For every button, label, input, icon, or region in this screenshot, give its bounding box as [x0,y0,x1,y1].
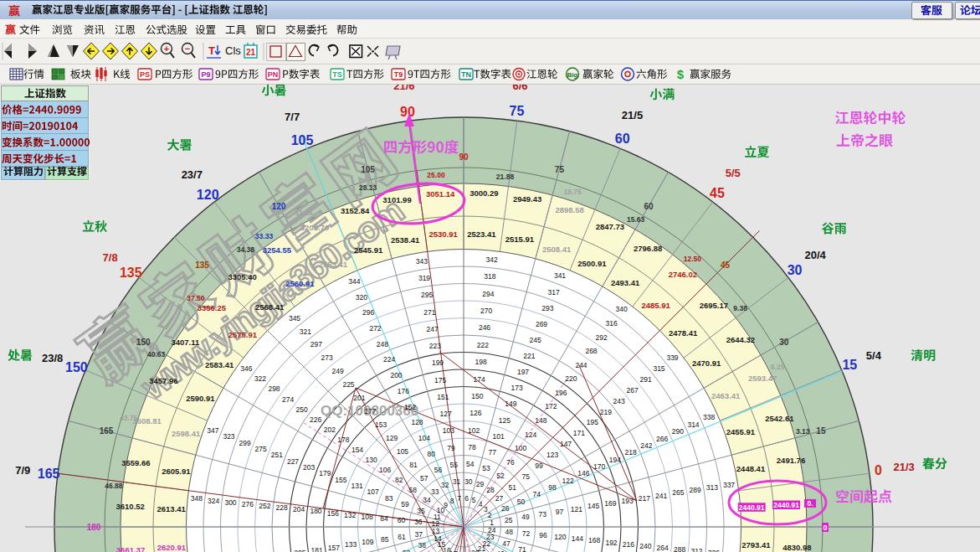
svg-text:295: 295 [421,291,433,299]
svg-text:174: 174 [474,375,485,384]
svg-text:P9: P9 [201,70,210,79]
svg-text:247: 247 [427,325,439,333]
svg-text:318: 318 [484,272,495,281]
svg-text:7/7: 7/7 [285,111,300,123]
svg-text:154: 154 [351,446,363,454]
svg-text:2545.91: 2545.91 [354,245,383,255]
svg-text:171: 171 [573,429,585,437]
svg-text:2575.91: 2575.91 [228,330,258,339]
svg-text:99: 99 [535,462,543,470]
svg-text:180: 180 [310,507,321,515]
svg-text:2: 2 [488,511,492,519]
svg-text:60: 60 [644,202,654,211]
svg-text:296: 296 [362,308,374,317]
svg-text:2491.76: 2491.76 [777,456,805,465]
svg-text:106: 106 [379,466,391,474]
svg-text:18.75: 18.75 [563,188,582,196]
svg-text:76: 76 [506,458,515,467]
svg-text:34.38: 34.38 [237,245,255,254]
svg-text:3407.11: 3407.11 [171,338,200,347]
svg-text:30: 30 [788,263,803,277]
svg-text:173: 173 [511,384,523,392]
svg-text:28: 28 [486,486,495,494]
svg-text:55: 55 [450,461,459,469]
svg-text:2847.73: 2847.73 [596,222,624,231]
svg-text:15: 15 [816,426,826,436]
svg-text:60: 60 [398,516,406,524]
svg-text:172: 172 [545,402,557,410]
svg-text:197: 197 [517,368,529,376]
svg-text:6.25: 6.25 [771,363,785,371]
svg-text:145: 145 [587,502,599,510]
svg-text:135: 135 [195,261,209,270]
svg-text:225: 225 [342,380,354,389]
svg-text:2530.91: 2530.91 [428,230,458,239]
svg-text:271: 271 [423,308,435,317]
svg-text:181: 181 [311,546,323,552]
svg-text:294: 294 [482,290,494,298]
svg-text:3559.66: 3559.66 [121,458,150,467]
svg-text:25.00: 25.00 [427,171,445,179]
svg-text:71: 71 [518,545,526,552]
svg-text:316: 316 [606,319,618,328]
svg-text:129: 129 [386,434,398,442]
svg-text:151: 151 [437,393,449,401]
svg-text:2493.41: 2493.41 [611,278,640,287]
svg-text:104: 104 [418,434,430,442]
svg-text:52: 52 [496,472,505,480]
svg-text:240: 240 [639,542,651,550]
svg-text:83: 83 [385,494,393,503]
svg-text:223: 223 [429,342,441,350]
svg-text:127: 127 [440,410,452,418]
svg-text:43.75: 43.75 [120,414,138,422]
svg-text:177: 177 [364,407,376,415]
svg-text:205: 205 [294,549,305,552]
svg-text:2695.17: 2695.17 [700,301,728,310]
svg-text:84: 84 [380,514,388,523]
svg-text:120: 120 [554,533,566,541]
svg-text:98: 98 [548,483,557,492]
svg-text:201: 201 [353,394,365,402]
svg-text:195: 195 [587,418,598,426]
svg-text:169: 169 [604,499,616,508]
svg-text:339: 339 [666,353,678,362]
svg-text:246: 246 [479,323,490,332]
svg-text:57: 57 [420,474,428,482]
svg-text:$: $ [677,67,685,81]
svg-text:250: 250 [296,405,308,414]
svg-text:317: 317 [548,288,560,297]
svg-text:72: 72 [522,529,531,538]
svg-text:248: 248 [377,340,388,348]
svg-text:2593.47: 2593.47 [748,374,777,383]
svg-text:245: 245 [530,336,541,344]
svg-text:228: 228 [276,503,288,512]
svg-text:149: 149 [505,400,516,408]
svg-text:5/4: 5/4 [866,349,882,362]
svg-text:2560.91: 2560.91 [285,279,315,288]
svg-text:24: 24 [488,526,496,534]
svg-text:6: 6 [464,494,469,503]
svg-text:8: 8 [450,497,454,505]
svg-text:323: 323 [223,432,234,441]
svg-text:338: 338 [703,413,715,421]
svg-text:3457.96: 3457.96 [149,376,177,385]
svg-text:290: 290 [672,427,684,436]
svg-text:28.13: 28.13 [359,183,377,192]
svg-text:298: 298 [268,384,280,393]
svg-text:2542.61: 2542.61 [765,414,794,423]
svg-text:267: 267 [627,386,639,395]
svg-text:199: 199 [432,359,444,367]
svg-text:85: 85 [381,535,389,544]
svg-text:2605.91: 2605.91 [162,467,191,476]
svg-text:21/5: 21/5 [622,109,643,121]
svg-text:101: 101 [493,432,505,441]
svg-text:168: 168 [588,536,600,544]
svg-text:2590.91: 2590.91 [186,394,215,403]
svg-text:344: 344 [348,277,360,286]
svg-text:275: 275 [255,445,267,453]
svg-text:121: 121 [571,505,582,513]
svg-text:26: 26 [501,504,510,513]
svg-text:Cls: Cls [225,44,241,57]
svg-text:165: 165 [38,467,60,481]
svg-text:TS: TS [332,70,342,79]
